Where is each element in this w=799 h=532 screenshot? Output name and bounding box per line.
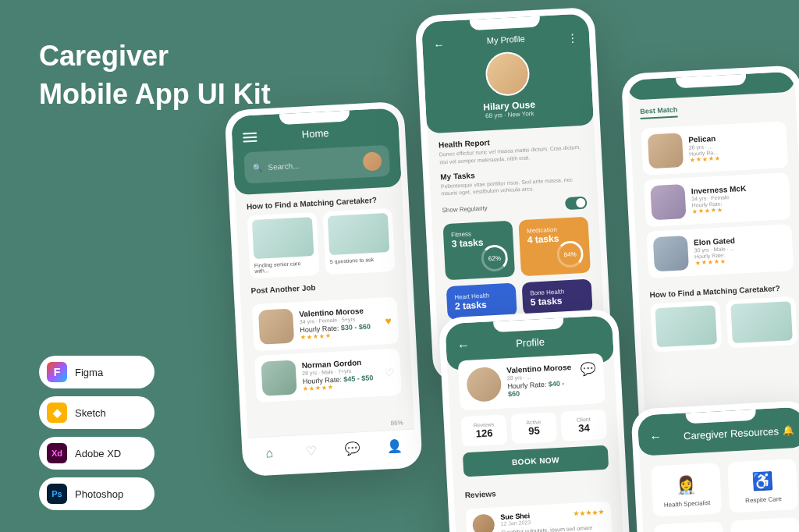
review-item: Sue Shei★★★★★ 12 Jan 2023 Curabitur vulp… bbox=[466, 502, 613, 532]
xd-icon: Xd bbox=[47, 443, 67, 463]
phone-mockups: Home 🔍 Search... How to Find a Matching … bbox=[187, 0, 799, 532]
caregiver-item[interactable]: Valentino Morose 34 yrs · Female · 5+yrs… bbox=[252, 297, 400, 352]
avatar[interactable] bbox=[363, 151, 382, 171]
tool-xd: Xd Adobe XD bbox=[39, 437, 154, 470]
task-card-medication[interactable]: Medication 4 tasks 84% bbox=[518, 217, 591, 277]
tool-label: Photoshop bbox=[75, 488, 123, 500]
tab-best-match[interactable]: Best Match bbox=[640, 105, 678, 119]
resource-label: Health Specialist bbox=[664, 499, 711, 509]
avatar bbox=[650, 184, 686, 220]
tool-label: Adobe XD bbox=[75, 448, 121, 459]
progress-ring: 62% bbox=[481, 244, 509, 272]
article-card[interactable]: Finding senior care with... bbox=[247, 212, 320, 279]
article-image bbox=[655, 305, 717, 347]
resources-grid: 👩‍⚕️ Health Specialist ♿ Respite Care ⚖ bbox=[639, 447, 799, 532]
phone-matches: Best Match Pelican 26 yrs · ... Hourly R… bbox=[621, 65, 799, 440]
article-caption: 5 questions to ask bbox=[330, 256, 390, 264]
resource-card[interactable] bbox=[730, 517, 799, 532]
tab-bar: ⌂ ♡ 💬 👤 bbox=[247, 429, 416, 470]
article-card[interactable] bbox=[726, 296, 797, 349]
caregiver-rate: Hourly Rate: $40 - $60 bbox=[507, 379, 575, 398]
stat-active: Active95 bbox=[510, 412, 557, 444]
resource-card[interactable]: ♿ Respite Care bbox=[727, 459, 798, 513]
caregiver-item[interactable]: Norman Gordon 28 yrs · Male · 7+yrs Hour… bbox=[254, 348, 402, 403]
screen-title bbox=[659, 89, 764, 94]
profile-card: Valentino Morose 28 yrs · ... Hourly Rat… bbox=[458, 353, 605, 411]
screen-title: Home bbox=[263, 125, 368, 142]
health-specialist-icon: 👩‍⚕️ bbox=[675, 475, 697, 496]
article-card[interactable] bbox=[650, 300, 722, 353]
back-icon[interactable]: ← bbox=[433, 38, 445, 51]
profile-header: ← ⋮ My Profile Hilary Ouse 68 yrs · New … bbox=[421, 13, 594, 133]
search-placeholder: Search... bbox=[268, 158, 357, 172]
tool-label: Figma bbox=[75, 367, 103, 378]
progress-pct: 86% bbox=[390, 419, 403, 427]
screen-title: My Profile bbox=[433, 31, 578, 48]
task-card-fitness[interactable]: Fitness 3 tasks 62% bbox=[442, 221, 515, 281]
toggle-row: Show Regularity bbox=[442, 197, 588, 217]
article-image bbox=[252, 217, 314, 259]
avatar[interactable] bbox=[485, 51, 531, 97]
tab-chat-icon[interactable]: 💬 bbox=[331, 431, 375, 466]
stats-row: Reviews126 Active95 Client34 bbox=[449, 409, 618, 447]
tool-sketch: ◆ Sketch bbox=[39, 396, 154, 429]
toggle-label: Show Regularity bbox=[442, 204, 488, 214]
menu-icon[interactable] bbox=[243, 132, 257, 142]
tab-home-icon[interactable]: ⌂ bbox=[248, 436, 292, 470]
article-card[interactable]: 5 questions to ask bbox=[322, 208, 395, 275]
article-image bbox=[730, 301, 793, 343]
bell-icon[interactable]: 🔔 bbox=[783, 424, 795, 436]
chat-icon[interactable]: 💬 bbox=[580, 361, 597, 396]
caregiver-item[interactable]: Inverness McK 34 yrs · Female Hourly Rat… bbox=[644, 172, 791, 227]
search-input[interactable]: 🔍 Search... bbox=[243, 145, 390, 184]
back-icon[interactable]: ← bbox=[456, 339, 470, 353]
avatar bbox=[653, 236, 689, 271]
stat-reviews: Reviews126 bbox=[460, 414, 507, 446]
section-title: Reviews bbox=[453, 475, 621, 505]
phone-caregiver-profile: ← Profile Valentino Morose 28 yrs · ... … bbox=[439, 309, 637, 532]
avatar bbox=[472, 513, 495, 532]
resource-card[interactable]: 👩‍⚕️ Health Specialist bbox=[651, 463, 722, 517]
favorite-icon[interactable]: ♥ bbox=[385, 314, 392, 327]
avatar bbox=[648, 133, 684, 168]
article-caption: Finding senior care with... bbox=[254, 260, 315, 274]
favorite-icon[interactable]: ♡ bbox=[384, 366, 395, 379]
task-grid: Fitness 3 tasks 62% Medication 4 tasks 8… bbox=[432, 216, 604, 321]
tool-ps: Ps Photoshop bbox=[39, 477, 154, 510]
resource-label: Respite Care bbox=[745, 495, 782, 504]
figma-icon: F bbox=[47, 362, 67, 382]
tool-list: F Figma ◆ Sketch Xd Adobe XD Ps Photosho… bbox=[39, 356, 154, 510]
wheelchair-icon: ♿ bbox=[751, 471, 773, 492]
tab-favorites-icon[interactable]: ♡ bbox=[289, 434, 333, 468]
progress-ring: 84% bbox=[556, 240, 584, 268]
caregiver-item[interactable]: Pelican 26 yrs · ... Hourly Ra... ★★★★★ bbox=[641, 121, 788, 176]
screen-title: Profile bbox=[475, 334, 585, 351]
avatar bbox=[466, 367, 502, 403]
avatar bbox=[261, 360, 297, 395]
stat-client: Client34 bbox=[560, 410, 607, 442]
caregiver-item[interactable]: Elon Gated 30 yrs · Male · ... Hourly Ra… bbox=[646, 224, 794, 278]
article-image bbox=[328, 213, 390, 255]
phone-resources: ← Caregiver Resources 🔔 👩‍⚕️ Health Spec… bbox=[630, 400, 799, 532]
tool-figma: F Figma bbox=[39, 356, 154, 388]
tool-label: Sketch bbox=[75, 407, 106, 419]
avatar bbox=[258, 309, 294, 345]
phone-home: Home 🔍 Search... How to Find a Matching … bbox=[224, 101, 422, 477]
resource-card[interactable]: ⚖ bbox=[654, 521, 724, 532]
sketch-icon: ◆ bbox=[47, 403, 67, 423]
search-icon: 🔍 bbox=[252, 163, 262, 172]
ps-icon: Ps bbox=[47, 484, 67, 504]
screen-title: Caregiver Resources bbox=[668, 424, 795, 442]
more-icon[interactable]: ⋮ bbox=[567, 31, 579, 44]
book-now-button[interactable]: BOOK NOW bbox=[463, 445, 609, 477]
tab-profile-icon[interactable]: 👤 bbox=[373, 430, 417, 464]
toggle-switch[interactable] bbox=[565, 197, 588, 210]
back-icon[interactable]: ← bbox=[649, 430, 662, 445]
